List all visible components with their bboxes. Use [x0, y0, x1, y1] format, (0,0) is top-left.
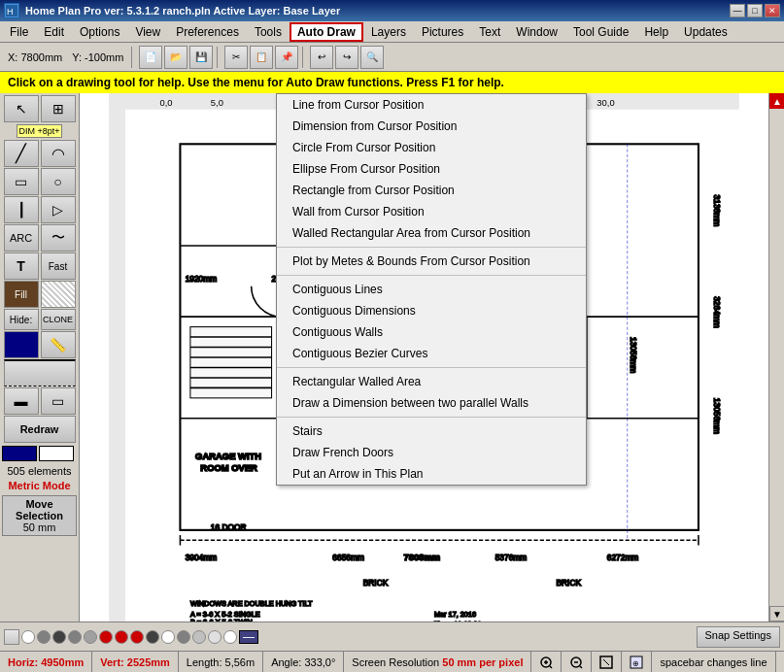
- arc2-tool[interactable]: ARC: [4, 224, 39, 252]
- status-fit[interactable]: [592, 652, 622, 672]
- fast-tool[interactable]: Fast: [41, 252, 76, 280]
- arc-tool[interactable]: ◠: [41, 140, 76, 167]
- menu-stairs[interactable]: Stairs: [277, 420, 586, 442]
- zoom-button[interactable]: 🔍: [360, 46, 384, 69]
- menu-plot-metes-bounds[interactable]: Plot by Metes & Bounds From Cursor Posit…: [277, 251, 586, 272]
- redo-button[interactable]: ↪: [335, 46, 358, 69]
- undo-button[interactable]: ↩: [310, 46, 333, 69]
- measure-tool[interactable]: 📏: [41, 331, 76, 358]
- dot-gray-2[interactable]: [68, 630, 82, 644]
- dot-gray-3[interactable]: [177, 630, 190, 644]
- bezier-tool[interactable]: 〜: [41, 224, 76, 252]
- menu-contiguous-dimensions[interactable]: Contiguous Dimensions: [277, 300, 586, 321]
- menu-line-from-cursor[interactable]: Line from Cursor Position: [277, 94, 586, 116]
- save-button[interactable]: 💾: [189, 46, 213, 69]
- titlebar: H Home Plan Pro ver: 5.3.1.2 ranch.pln A…: [0, 0, 784, 21]
- menu-contiguous-walls[interactable]: Contiguous Walls: [277, 321, 586, 343]
- dot-light-2[interactable]: [192, 630, 206, 644]
- dot-dark-2[interactable]: [146, 630, 159, 644]
- menu-arrow-in-plan[interactable]: Put an Arrow in This Plan: [277, 463, 586, 485]
- menu-ellipse-from-cursor[interactable]: Ellipse From Cursor Position: [277, 158, 586, 180]
- open-button[interactable]: 📂: [164, 46, 187, 69]
- menu-options[interactable]: Options: [72, 22, 127, 42]
- menu-edit[interactable]: Edit: [36, 22, 72, 42]
- pattern-tool[interactable]: [41, 281, 76, 308]
- select-tool[interactable]: ↖: [4, 95, 39, 122]
- menu-rectangle-from-cursor[interactable]: Rectangle from Cursor Position: [277, 180, 586, 201]
- menu-pictures[interactable]: Pictures: [414, 22, 471, 42]
- close-button[interactable]: ✕: [765, 4, 780, 17]
- dot-red-3[interactable]: [130, 630, 144, 644]
- svg-text:6656mm: 6656mm: [332, 553, 364, 562]
- dot-white-3[interactable]: [223, 630, 237, 644]
- menu-window[interactable]: Window: [508, 22, 565, 42]
- clone-button[interactable]: CLONE: [41, 309, 76, 330]
- line-tool[interactable]: ╱: [4, 140, 39, 167]
- menu-updates[interactable]: Updates: [676, 22, 735, 42]
- rect-tool[interactable]: ▭: [4, 168, 39, 195]
- menu-circle-from-cursor[interactable]: Circle From Cursor Position: [277, 137, 586, 158]
- toolbar-separator-1: [131, 47, 135, 68]
- multi-select-tool[interactable]: ⊞: [41, 95, 76, 122]
- dot-red-2[interactable]: [115, 630, 128, 644]
- fill-tool[interactable]: Fill: [4, 281, 39, 308]
- status-zoom-in[interactable]: [531, 652, 562, 672]
- redraw-button[interactable]: Redraw: [4, 416, 76, 443]
- scroll-track[interactable]: [769, 109, 784, 606]
- maximize-button[interactable]: □: [747, 4, 763, 17]
- right-scrollbar: ▲ ▼: [768, 93, 784, 622]
- text-tool[interactable]: T: [4, 252, 39, 280]
- door-tool[interactable]: ▷: [41, 196, 76, 223]
- menu-preferences[interactable]: Preferences: [168, 22, 247, 42]
- menu-french-doors[interactable]: Draw French Doors: [277, 442, 586, 463]
- menu-wall-from-cursor[interactable]: Wall from Cursor Position: [277, 201, 586, 222]
- menu-dimension-from-cursor[interactable]: Dimension from Cursor Position: [277, 116, 586, 137]
- dot-gray-1[interactable]: [37, 630, 51, 644]
- tool-row-4: ┃ ▷: [2, 196, 77, 223]
- dot-dark-1[interactable]: [52, 630, 66, 644]
- menu-contiguous-lines[interactable]: Contiguous Lines: [277, 279, 586, 300]
- minimize-button[interactable]: —: [730, 4, 745, 17]
- menu-autodraw[interactable]: Auto Draw: [290, 22, 363, 42]
- menu-help[interactable]: Help: [636, 22, 676, 42]
- menu-toolguide[interactable]: Tool Guide: [565, 22, 636, 42]
- dot-red-1[interactable]: [99, 630, 113, 644]
- new-file-button[interactable]: 📄: [139, 46, 162, 69]
- dot-lighter-1[interactable]: [208, 630, 222, 644]
- paste-button[interactable]: 📌: [275, 46, 298, 69]
- circle-tool[interactable]: ○: [41, 168, 76, 195]
- menu-layers[interactable]: Layers: [363, 22, 414, 42]
- menu-view[interactable]: View: [127, 22, 168, 42]
- line-style-tool[interactable]: [4, 359, 76, 386]
- menu-walled-rect-from-cursor[interactable]: Walled Rectangular Area from Cursor Posi…: [277, 222, 586, 244]
- hide-button[interactable]: Hide:: [4, 309, 39, 330]
- menu-contiguous-bezier[interactable]: Contiguous Bezier Curves: [277, 343, 586, 364]
- dot-light-1[interactable]: [84, 630, 97, 644]
- wall-tool[interactable]: ┃: [4, 196, 39, 223]
- copy-button[interactable]: 📋: [250, 46, 273, 69]
- cut-button[interactable]: ✂: [224, 46, 248, 69]
- color-block-blue[interactable]: [2, 446, 37, 461]
- menu-file[interactable]: File: [2, 22, 36, 42]
- menu-tools[interactable]: Tools: [247, 22, 290, 42]
- status-pan[interactable]: ⊕: [622, 652, 652, 672]
- dot-white-2[interactable]: [161, 630, 175, 644]
- status-zoom-out[interactable]: [562, 652, 592, 672]
- menu-dimension-parallel-walls[interactable]: Draw a Dimension between two parallel Wa…: [277, 392, 586, 414]
- scroll-down-button[interactable]: ▼: [769, 606, 784, 622]
- red-circle-btn[interactable]: [4, 629, 19, 645]
- dot-white-1[interactable]: [21, 630, 35, 644]
- scroll-up-arrow[interactable]: ▲: [769, 93, 784, 109]
- status-color-button[interactable]: Color: [776, 652, 784, 672]
- move-selection-box: Move Selection 50 mm: [2, 495, 77, 536]
- menu-text[interactable]: Text: [471, 22, 508, 42]
- snap-settings-button[interactable]: Snap Settings: [697, 626, 781, 648]
- minus-button[interactable]: —: [239, 630, 258, 644]
- menu-rectangular-walled-area[interactable]: Rectangular Walled Area: [277, 371, 586, 392]
- svg-text:BRICK: BRICK: [557, 578, 582, 588]
- color-block-white[interactable]: [39, 446, 74, 461]
- color-swatch[interactable]: [4, 331, 39, 358]
- shape-tool[interactable]: ▬: [4, 387, 39, 415]
- shape2-tool[interactable]: ▭: [41, 387, 76, 415]
- status-resolution: Screen Resolution 50 mm per pixel: [344, 652, 531, 672]
